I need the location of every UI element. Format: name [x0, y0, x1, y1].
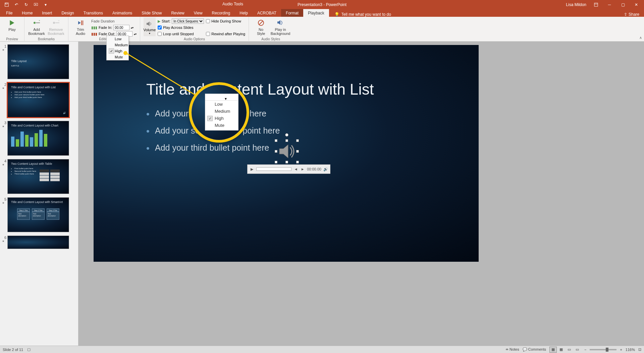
- audio-time: 00:00.00: [307, 167, 321, 171]
- fit-to-window-icon[interactable]: ⊡: [638, 347, 641, 352]
- animation-indicator-icon: ✶: [2, 201, 7, 205]
- slide-thumbnail-6[interactable]: [7, 236, 69, 249]
- thumb-number: 6: [2, 236, 7, 240]
- rotation-handle[interactable]: [285, 133, 288, 137]
- tab-recording[interactable]: Recording: [207, 9, 235, 17]
- fade-in-input[interactable]: [113, 25, 129, 30]
- spell-check-icon[interactable]: ▢: [27, 347, 31, 352]
- zoom-in-icon[interactable]: +: [620, 348, 622, 352]
- user-name[interactable]: Lisa Mildon: [566, 2, 586, 7]
- tab-view[interactable]: View: [189, 9, 207, 17]
- tab-review[interactable]: Review: [166, 9, 189, 17]
- volume-icon[interactable]: 🔊: [323, 167, 328, 171]
- notes-button[interactable]: ≐ Notes: [505, 347, 519, 352]
- close-icon[interactable]: ✕: [630, 0, 643, 9]
- spinner-icon[interactable]: ▴▾: [131, 26, 133, 29]
- tab-file[interactable]: File: [1, 9, 17, 17]
- volume-label: Volume: [144, 28, 156, 32]
- thumb-title: Title and Content Layout with Chart: [11, 124, 65, 127]
- slide-sorter-view-icon[interactable]: ▦: [557, 347, 565, 353]
- contextual-tab-title: Audio Tools: [215, 2, 251, 6]
- ribbon-display-options-icon[interactable]: [590, 0, 602, 9]
- tab-home[interactable]: Home: [17, 9, 37, 17]
- play-button[interactable]: Play: [3, 17, 21, 32]
- collapse-ribbon-icon[interactable]: ∧: [639, 36, 642, 40]
- tab-playback[interactable]: Playback: [303, 9, 329, 17]
- tell-me-search[interactable]: 💡 Tell me what you want to do: [334, 12, 391, 17]
- trim-audio-icon: [76, 19, 85, 27]
- tab-slide-show[interactable]: Slide Show: [137, 9, 166, 17]
- selection-handle[interactable]: [296, 150, 299, 153]
- smart-box: Task description: [47, 212, 59, 220]
- minimize-icon[interactable]: ─: [603, 0, 616, 9]
- maximize-icon[interactable]: ▢: [616, 0, 629, 9]
- skip-forward-icon[interactable]: ►: [300, 167, 305, 171]
- svg-point-7: [34, 22, 36, 24]
- volume-medium[interactable]: Medium: [107, 42, 128, 48]
- volume-button[interactable]: Volume ▾: [144, 17, 156, 36]
- redo-icon[interactable]: ↻: [21, 0, 31, 9]
- tab-transitions[interactable]: Transitions: [79, 9, 108, 17]
- slide-thumbnail-2[interactable]: Title and Content Layout with List Add y…: [7, 83, 69, 117]
- volume-menu-zoomed: ▼ Low Medium High Mute: [205, 94, 238, 131]
- selection-handle[interactable]: [275, 139, 277, 142]
- remove-bookmark-icon: ×: [51, 19, 61, 27]
- skip-back-icon[interactable]: ◄: [293, 167, 298, 171]
- tab-format[interactable]: Format: [281, 9, 303, 17]
- volume-low[interactable]: Low: [107, 36, 128, 42]
- reading-view-icon[interactable]: ▭: [566, 347, 573, 353]
- tab-design[interactable]: Design: [57, 9, 78, 17]
- hide-during-show-checkbox[interactable]: [206, 19, 210, 23]
- qat-customize-icon[interactable]: ▾: [41, 0, 50, 9]
- group-audio-styles: Audio Styles: [261, 37, 280, 42]
- trim-audio-button[interactable]: Trim Audio: [72, 17, 89, 36]
- slide-thumbnail-pane[interactable]: 1✶ Title Layout SUBTITLE 2✶ Title and Co…: [0, 42, 78, 346]
- loop-checkbox[interactable]: [158, 32, 162, 36]
- slide-title[interactable]: Title and Content Layout with List: [146, 80, 374, 98]
- zoom-slider[interactable]: [590, 349, 616, 350]
- zoom-level[interactable]: 116%: [626, 348, 635, 352]
- share-button[interactable]: ⇪ Share: [619, 12, 644, 17]
- thumb-audio-icon: 🔊: [63, 112, 66, 114]
- svg-marker-21: [279, 145, 288, 158]
- selection-handle[interactable]: [275, 150, 277, 153]
- normal-view-icon[interactable]: ▦: [549, 347, 557, 353]
- slide-thumbnail-1[interactable]: Title Layout SUBTITLE: [7, 44, 69, 79]
- slide-thumbnail-4[interactable]: Two Content Layout with Table First bull…: [7, 159, 69, 194]
- tab-animations[interactable]: Animations: [108, 9, 137, 17]
- selection-handle[interactable]: [296, 161, 299, 163]
- play-in-background-label: Play in Background: [271, 28, 290, 36]
- tab-help[interactable]: Help: [235, 9, 253, 17]
- play-in-background-button[interactable]: Play in Background: [272, 17, 289, 36]
- zoom-out-icon[interactable]: −: [584, 348, 586, 352]
- selection-handle[interactable]: [285, 161, 288, 163]
- slide-counter: Slide 2 of 11: [3, 348, 23, 352]
- tab-acrobat[interactable]: ACROBAT: [253, 9, 281, 17]
- selection-handle[interactable]: [296, 139, 299, 142]
- selection-handle[interactable]: [285, 139, 288, 142]
- play-icon[interactable]: ▶: [250, 167, 254, 171]
- add-bookmark-button[interactable]: + Add Bookmark: [28, 17, 45, 36]
- play-across-slides-checkbox[interactable]: [158, 26, 162, 30]
- thumb-bullet: First bullet point here: [14, 167, 36, 169]
- bullet-3: Add your third bullet point here: [146, 143, 280, 153]
- audio-object[interactable]: [276, 141, 298, 162]
- selection-handle[interactable]: [275, 161, 277, 163]
- tab-insert[interactable]: Insert: [37, 9, 57, 17]
- save-icon[interactable]: [2, 0, 11, 9]
- slide-thumbnail-5[interactable]: Title and Content Layout with SmartArt S…: [7, 197, 69, 232]
- spinner-icon[interactable]: ▴▾: [134, 33, 137, 36]
- slideshow-view-icon[interactable]: ▭: [574, 347, 581, 353]
- rewind-checkbox[interactable]: [206, 32, 210, 36]
- start-from-beginning-icon[interactable]: [31, 0, 41, 9]
- fade-in-label: Fade In:: [99, 26, 112, 30]
- start-select[interactable]: In Click Sequence: [172, 18, 204, 24]
- slide-canvas[interactable]: Title and Content Layout with List Add y…: [78, 42, 644, 346]
- audio-track[interactable]: [256, 167, 291, 171]
- start-icon: ▶: [158, 19, 160, 23]
- comments-button[interactable]: 💬 Comments: [523, 347, 546, 352]
- slide[interactable]: Title and Content Layout with List Add y…: [94, 45, 479, 262]
- no-style-button[interactable]: No Style: [252, 17, 270, 36]
- slide-thumbnail-3[interactable]: Title and Content Layout with Chart: [7, 121, 69, 156]
- undo-icon[interactable]: ↶: [12, 0, 21, 9]
